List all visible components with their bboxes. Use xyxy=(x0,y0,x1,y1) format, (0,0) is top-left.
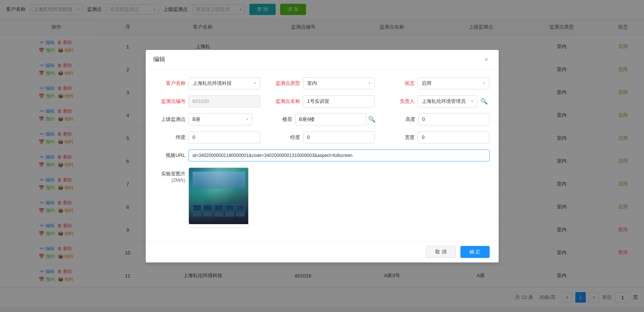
form-col-monitor-name: 监测点名称 xyxy=(269,95,375,107)
monitor-row xyxy=(193,205,245,211)
monitor-type-select[interactable]: 室内 ▾ xyxy=(303,77,375,89)
modal-header: 编辑 × xyxy=(146,50,499,70)
form-col-parent: 上级监测点 B座 ▾ xyxy=(155,113,252,125)
width-label: 宽度 xyxy=(384,134,418,141)
customer-field-chevron: ▾ xyxy=(254,81,256,85)
cancel-button[interactable]: 取 消 xyxy=(426,246,456,258)
form-col-code: 监测点编号 xyxy=(155,95,260,107)
status-chevron: ▾ xyxy=(483,81,485,85)
form-row-2: 监测点编号 监测点名称 负责人 上海轧伦环境管理员 ▾ xyxy=(155,95,490,107)
video-url-label: 视频URL xyxy=(155,152,189,159)
status-field-label: 状态 xyxy=(384,80,418,87)
monitor-code-input[interactable] xyxy=(189,95,260,107)
form-row-4: 纬度 经度 宽度 xyxy=(155,131,490,143)
form-col-video-url: 视频URL xyxy=(155,149,490,161)
form-col-lat: 纬度 xyxy=(155,131,260,143)
floor-input[interactable] xyxy=(295,113,366,125)
modal-close-button[interactable]: × xyxy=(482,55,491,64)
customer-field-label: 客户名称 xyxy=(155,80,189,87)
image-label: 实验室图片 (2M内) xyxy=(155,167,189,184)
form-col-floor: 楼层 🔍 xyxy=(261,113,376,125)
form-col-width: 宽度 xyxy=(384,131,489,143)
video-url-input[interactable] xyxy=(189,149,490,161)
form-row-1: 客户名称 上海轧伦环境科技 ▾ 监测点类型 室内 ▾ 状态 xyxy=(155,77,490,89)
height-input[interactable] xyxy=(418,113,490,125)
monitor-name-label: 监测点名称 xyxy=(269,98,303,105)
form-col-height: 高度 xyxy=(385,113,490,125)
form-col-monitor-type: 监测点类型 室内 ▾ xyxy=(269,77,375,89)
person-chevron: ▾ xyxy=(471,99,473,103)
lat-input[interactable] xyxy=(189,131,260,143)
width-input[interactable] xyxy=(418,131,489,143)
floor-label: 楼层 xyxy=(261,116,295,123)
image-upload-section: 实验室图片 (2M内) xyxy=(155,167,490,228)
floor-search-icon[interactable]: 🔍 xyxy=(368,116,376,123)
edit-modal: 编辑 × 客户名称 上海轧伦环境科技 ▾ 监测点类型 室内 xyxy=(146,50,499,262)
person-select[interactable]: 上海轧伦环境管理员 ▾ xyxy=(418,95,477,107)
status-select[interactable]: 启用 ▾ xyxy=(418,77,489,89)
person-field: 上海轧伦环境管理员 ▾ 🔍 xyxy=(418,95,489,107)
form-col-customer: 客户名称 上海轧伦环境科技 ▾ xyxy=(155,77,260,89)
parent-monitor-field-label: 上级监测点 xyxy=(155,116,189,123)
parent-monitor-field-chevron: ▾ xyxy=(246,117,248,121)
person-search-icon[interactable]: 🔍 xyxy=(479,96,489,107)
monitor-type-chevron: ▾ xyxy=(369,81,371,85)
modal-overlay: 编辑 × 客户名称 上海轧伦环境科技 ▾ 监测点类型 室内 xyxy=(0,0,644,312)
modal-title: 编辑 xyxy=(153,56,165,63)
form-row-6: 实验室图片 (2M内) xyxy=(155,167,490,228)
person-label: 负责人 xyxy=(384,98,418,105)
confirm-button[interactable]: 确 定 xyxy=(460,246,490,258)
parent-monitor-field-select[interactable]: B座 ▾ xyxy=(189,113,252,125)
height-label: 高度 xyxy=(385,116,418,123)
form-row-5: 视频URL xyxy=(155,149,490,161)
modal-footer: 取 消 确 定 xyxy=(146,241,499,262)
monitor-type-label: 监测点类型 xyxy=(269,80,303,87)
lat-label: 纬度 xyxy=(155,134,189,141)
monitor-code-label: 监测点编号 xyxy=(155,98,189,105)
form-col-person: 负责人 上海轧伦环境管理员 ▾ 🔍 xyxy=(384,95,489,107)
customer-field-select[interactable]: 上海轧伦环境科技 ▾ xyxy=(189,77,260,89)
form-col-status: 状态 启用 ▾ xyxy=(384,77,489,89)
desk-row xyxy=(193,212,245,217)
lab-image xyxy=(189,168,249,224)
lng-label: 经度 xyxy=(269,134,303,141)
modal-body: 客户名称 上海轧伦环境科技 ▾ 监测点类型 室内 ▾ 状态 xyxy=(146,70,499,241)
form-col-lng: 经度 xyxy=(269,131,375,143)
image-upload-area[interactable] xyxy=(189,167,249,228)
monitor-name-input[interactable] xyxy=(303,95,375,107)
form-row-3: 上级监测点 B座 ▾ 楼层 🔍 高度 xyxy=(155,113,490,125)
lng-input[interactable] xyxy=(303,131,375,143)
